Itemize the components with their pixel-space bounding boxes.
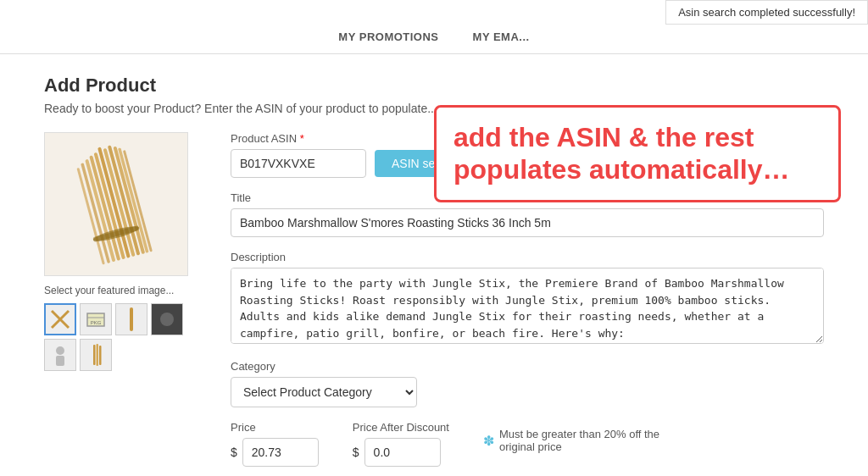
price-after-input-row: $ bbox=[353, 438, 449, 467]
nav-my-promotions[interactable]: MY PROMOTIONS bbox=[338, 30, 438, 43]
price-after-input[interactable] bbox=[364, 438, 441, 467]
category-label: Category bbox=[231, 360, 824, 373]
description-label: Description bbox=[231, 251, 824, 263]
svg-point-19 bbox=[160, 313, 174, 326]
category-select[interactable]: Select Product Category bbox=[231, 377, 417, 407]
svg-rect-21 bbox=[56, 356, 64, 366]
svg-rect-22 bbox=[93, 345, 96, 365]
price-row: Price $ Price After Discount $ ✽ Must bbox=[231, 421, 824, 476]
price-group: Price $ bbox=[231, 421, 319, 467]
description-group: Description Bring life to the party with… bbox=[231, 251, 824, 346]
price-after-label: Price After Discount bbox=[353, 421, 449, 434]
asin-input[interactable] bbox=[231, 149, 366, 178]
thumbnail-1[interactable] bbox=[44, 303, 76, 335]
bamboo-sticks-svg bbox=[57, 141, 175, 268]
thumbnail-4[interactable] bbox=[151, 303, 183, 335]
price-after-group: Price After Discount $ bbox=[353, 421, 449, 467]
callout-text: add the ASIN & the rest populates automa… bbox=[453, 121, 821, 186]
page-title: Add Product bbox=[44, 75, 824, 97]
thumbnail-3[interactable] bbox=[115, 303, 147, 335]
price-after-currency: $ bbox=[353, 446, 359, 459]
price-currency: $ bbox=[231, 446, 237, 459]
price-note: ✽ Must be greater than 20% off the origi… bbox=[483, 428, 670, 453]
main-product-image bbox=[44, 132, 188, 276]
nav-my-email[interactable]: MY EMA... bbox=[473, 30, 530, 43]
image-select-label: Select your featured image... bbox=[44, 285, 205, 296]
category-group: Category Select Product Category bbox=[231, 360, 824, 407]
asin-required: * bbox=[300, 132, 304, 145]
success-notification: Asin search completed successfully! bbox=[665, 0, 868, 25]
svg-rect-24 bbox=[99, 346, 102, 365]
svg-text:PKG: PKG bbox=[91, 320, 102, 325]
svg-rect-23 bbox=[97, 344, 99, 366]
price-input-row: $ bbox=[231, 438, 319, 467]
thumbnail-6[interactable] bbox=[80, 339, 112, 371]
image-panel: Select your featured image... PKG bbox=[44, 132, 205, 371]
main-content: add the ASIN & the rest populates automa… bbox=[27, 54, 841, 476]
main-nav: MY PROMOTIONS MY EMA... bbox=[0, 20, 868, 54]
title-input[interactable] bbox=[231, 208, 824, 237]
thumbnail-grid: PKG bbox=[44, 303, 205, 371]
price-label: Price bbox=[231, 421, 319, 434]
info-icon: ✽ bbox=[483, 433, 494, 449]
description-textarea[interactable]: Bring life to the party with Jungle Stix… bbox=[231, 268, 824, 344]
svg-point-20 bbox=[56, 346, 64, 355]
thumbnail-5[interactable] bbox=[44, 339, 76, 371]
callout-box: add the ASIN & the rest populates automa… bbox=[434, 105, 841, 202]
thumbnail-2[interactable]: PKG bbox=[80, 303, 112, 335]
price-note-text: Must be greater than 20% off the origina… bbox=[499, 428, 670, 453]
price-input[interactable] bbox=[242, 438, 319, 467]
